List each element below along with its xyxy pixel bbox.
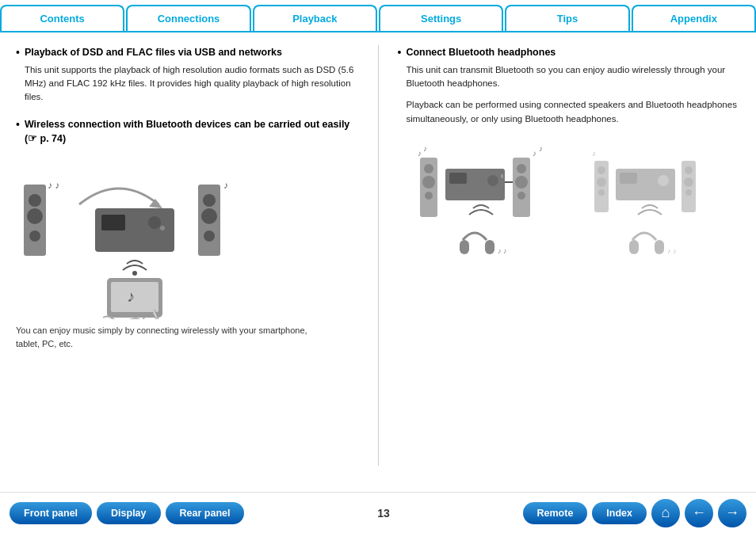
- tab-contents[interactable]: Contents: [0, 5, 124, 31]
- index-button[interactable]: Index: [592, 502, 647, 524]
- bullet-dot-2: •: [16, 117, 20, 150]
- bullet-bluetooth: • Connect Bluetooth headphones This unit…: [398, 45, 741, 134]
- right-nav-group: Remote Index ⌂ ← →: [523, 499, 747, 527]
- tab-playback[interactable]: Playback: [253, 5, 377, 31]
- svg-rect-28: [501, 174, 503, 178]
- svg-text:♪: ♪: [533, 149, 536, 158]
- svg-rect-6: [101, 215, 125, 230]
- main-content: • Playback of DSD and FLAC files via USB…: [0, 32, 756, 478]
- bullet-dot-3: •: [398, 45, 402, 134]
- svg-rect-36: [460, 240, 469, 254]
- svg-point-46: [658, 175, 669, 186]
- svg-point-43: [598, 189, 605, 196]
- forward-button[interactable]: →: [718, 499, 746, 527]
- display-button[interactable]: Display: [97, 502, 160, 524]
- svg-point-49: [684, 177, 693, 187]
- bluetooth-title: Connect Bluetooth headphones: [406, 45, 740, 60]
- bottom-navigation: Front panel Display Rear panel 13 Remote…: [0, 492, 756, 533]
- tab-tips[interactable]: Tips: [505, 5, 629, 31]
- bullet-dot-1: •: [16, 45, 20, 112]
- rear-panel-button[interactable]: Rear panel: [166, 502, 245, 524]
- svg-point-22: [424, 164, 433, 173]
- svg-point-3: [29, 230, 40, 242]
- svg-text:♪: ♪: [223, 180, 228, 191]
- svg-point-50: [685, 189, 692, 196]
- svg-point-7: [148, 216, 161, 229]
- left-nav-group: Front panel Display Rear panel: [10, 502, 244, 524]
- svg-text:♪ ♪: ♪ ♪: [48, 180, 59, 191]
- svg-text:♪ ♪: ♪ ♪: [498, 247, 507, 255]
- svg-text:♪: ♪: [418, 149, 422, 158]
- svg-rect-51: [629, 240, 639, 254]
- svg-point-8: [160, 226, 165, 230]
- svg-point-31: [517, 164, 526, 173]
- svg-text:♪: ♪: [539, 144, 543, 153]
- svg-point-2: [27, 208, 43, 224]
- svg-point-42: [597, 177, 606, 187]
- svg-point-23: [422, 176, 435, 188]
- svg-point-33: [517, 192, 525, 200]
- tab-connections[interactable]: Connections: [126, 5, 250, 31]
- svg-text:♪ ♪: ♪ ♪: [667, 247, 677, 255]
- dsd-flac-text: This unit supports the playback of high …: [25, 63, 359, 105]
- bluetooth-svg: ♪ ♪ ♪ ♪: [398, 139, 731, 289]
- svg-point-1: [29, 194, 41, 207]
- svg-text:♪: ♪: [592, 149, 596, 158]
- panel-divider: [378, 45, 379, 466]
- remote-button[interactable]: Remote: [523, 502, 588, 524]
- svg-text:♪: ♪: [423, 144, 427, 153]
- svg-point-15: [132, 271, 137, 276]
- wireless-title: Wireless connection with Bluetooth devic…: [25, 117, 359, 147]
- home-button[interactable]: ⌂: [651, 499, 680, 527]
- svg-rect-26: [449, 173, 467, 184]
- bluetooth-text2: Playback can be performed using connecte…: [406, 98, 740, 126]
- page-number: 13: [377, 507, 390, 520]
- bluetooth-text1: This unit can transmit Bluetooth so you …: [406, 63, 740, 91]
- svg-point-27: [487, 175, 498, 186]
- svg-rect-17: [111, 282, 158, 312]
- bullet-wireless: • Wireless connection with Bluetooth dev…: [16, 117, 359, 150]
- svg-rect-45: [620, 173, 637, 184]
- right-panel: • Connect Bluetooth headphones This unit…: [398, 45, 741, 466]
- dsd-flac-title: Playback of DSD and FLAC files via USB a…: [25, 45, 359, 60]
- svg-point-24: [425, 192, 433, 200]
- svg-point-32: [515, 176, 528, 188]
- wireless-svg: ♪ ♪ ♪: [16, 161, 333, 319]
- wireless-illustration: ♪ ♪ ♪: [16, 156, 359, 350]
- top-navigation: Contents Connections Playback Settings T…: [0, 0, 756, 32]
- svg-point-41: [598, 166, 605, 174]
- back-button[interactable]: ←: [685, 499, 713, 527]
- front-panel-button[interactable]: Front panel: [10, 502, 92, 524]
- bullet-dsd-flac: • Playback of DSD and FLAC files via USB…: [16, 45, 359, 112]
- left-panel: • Playback of DSD and FLAC files via USB…: [16, 45, 359, 466]
- svg-rect-52: [655, 240, 664, 254]
- svg-point-13: [204, 230, 215, 242]
- wireless-caption: You can enjoy music simply by connecting…: [16, 324, 317, 350]
- svg-rect-37: [485, 240, 494, 254]
- svg-point-11: [203, 194, 216, 207]
- tab-appendix[interactable]: Appendix: [632, 5, 756, 31]
- tab-settings[interactable]: Settings: [379, 5, 503, 31]
- svg-text:♪: ♪: [127, 287, 135, 305]
- svg-point-12: [201, 208, 217, 224]
- svg-point-48: [685, 166, 693, 174]
